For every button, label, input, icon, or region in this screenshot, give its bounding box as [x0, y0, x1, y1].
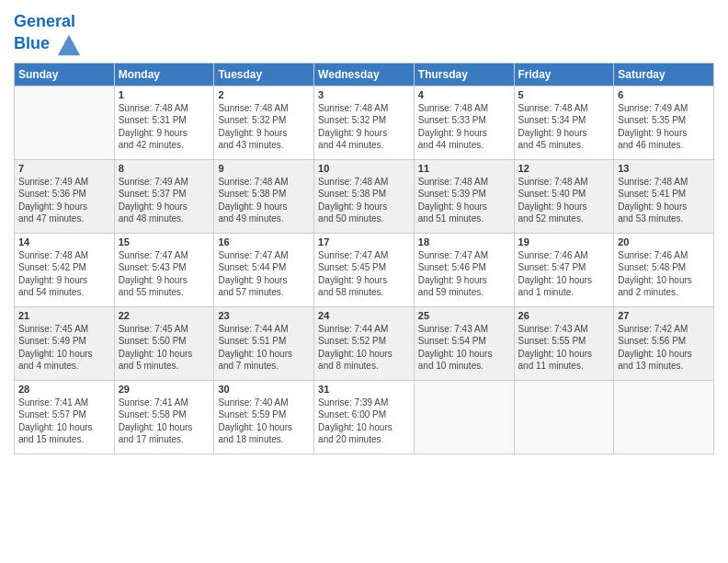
calendar-cell	[614, 380, 714, 454]
day-number: 9	[218, 163, 310, 174]
svg-marker-0	[58, 35, 80, 55]
day-content: Sunrise: 7:48 AMSunset: 5:38 PMDaylight:…	[218, 176, 310, 225]
day-number: 24	[318, 310, 410, 321]
day-number: 22	[119, 310, 210, 321]
calendar-cell: 27Sunrise: 7:42 AMSunset: 5:56 PMDayligh…	[614, 306, 714, 380]
calendar-cell: 2Sunrise: 7:48 AMSunset: 5:32 PMDaylight…	[214, 86, 314, 159]
day-number: 12	[518, 163, 610, 174]
day-number: 18	[418, 236, 510, 247]
day-number: 3	[318, 89, 410, 100]
day-number: 4	[418, 89, 510, 100]
calendar-cell: 11Sunrise: 7:48 AMSunset: 5:39 PMDayligh…	[414, 159, 514, 233]
day-content: Sunrise: 7:49 AMSunset: 5:37 PMDaylight:…	[119, 176, 210, 225]
day-number: 16	[218, 236, 310, 247]
logo: General Blue	[14, 13, 82, 57]
day-number: 28	[18, 384, 110, 395]
day-number: 6	[618, 89, 710, 100]
calendar-cell: 30Sunrise: 7:40 AMSunset: 5:59 PMDayligh…	[214, 380, 314, 454]
column-header-tuesday: Tuesday	[214, 63, 314, 86]
day-content: Sunrise: 7:45 AMSunset: 5:49 PMDaylight:…	[18, 323, 110, 373]
calendar-week-2: 7Sunrise: 7:49 AMSunset: 5:36 PMDaylight…	[15, 159, 714, 233]
calendar-cell: 8Sunrise: 7:49 AMSunset: 5:37 PMDaylight…	[114, 159, 214, 233]
day-content: Sunrise: 7:48 AMSunset: 5:32 PMDaylight:…	[218, 102, 310, 152]
day-content: Sunrise: 7:48 AMSunset: 5:34 PMDaylight:…	[518, 102, 610, 152]
day-content: Sunrise: 7:47 AMSunset: 5:43 PMDaylight:…	[119, 249, 210, 299]
day-content: Sunrise: 7:47 AMSunset: 5:44 PMDaylight:…	[218, 249, 310, 299]
day-number: 8	[119, 163, 210, 174]
column-header-saturday: Saturday	[614, 63, 714, 86]
day-content: Sunrise: 7:48 AMSunset: 5:42 PMDaylight:…	[18, 249, 110, 299]
column-header-thursday: Thursday	[414, 63, 514, 86]
column-header-wednesday: Wednesday	[314, 63, 415, 86]
calendar-week-1: 1Sunrise: 7:48 AMSunset: 5:31 PMDaylight…	[15, 86, 714, 159]
day-content: Sunrise: 7:41 AMSunset: 5:58 PMDaylight:…	[119, 396, 210, 446]
day-content: Sunrise: 7:47 AMSunset: 5:46 PMDaylight:…	[418, 249, 510, 299]
calendar-cell: 14Sunrise: 7:48 AMSunset: 5:42 PMDayligh…	[15, 233, 115, 306]
day-content: Sunrise: 7:46 AMSunset: 5:47 PMDaylight:…	[518, 249, 610, 299]
day-content: Sunrise: 7:44 AMSunset: 5:51 PMDaylight:…	[218, 323, 310, 373]
calendar-cell: 16Sunrise: 7:47 AMSunset: 5:44 PMDayligh…	[214, 233, 314, 306]
day-content: Sunrise: 7:44 AMSunset: 5:52 PMDaylight:…	[318, 323, 410, 373]
calendar-cell: 9Sunrise: 7:48 AMSunset: 5:38 PMDaylight…	[214, 159, 314, 233]
column-header-sunday: Sunday	[15, 63, 115, 86]
day-number: 1	[119, 89, 210, 100]
day-content: Sunrise: 7:48 AMSunset: 5:41 PMDaylight:…	[618, 176, 710, 225]
day-number: 11	[418, 163, 510, 174]
day-content: Sunrise: 7:49 AMSunset: 5:36 PMDaylight:…	[18, 176, 110, 225]
day-content: Sunrise: 7:45 AMSunset: 5:50 PMDaylight:…	[119, 323, 210, 373]
day-number: 17	[318, 236, 410, 247]
day-content: Sunrise: 7:47 AMSunset: 5:45 PMDaylight:…	[318, 249, 410, 299]
calendar-cell: 25Sunrise: 7:43 AMSunset: 5:54 PMDayligh…	[414, 306, 514, 380]
day-number: 30	[218, 384, 310, 395]
day-number: 7	[18, 163, 110, 174]
day-number: 29	[119, 384, 210, 395]
day-content: Sunrise: 7:48 AMSunset: 5:32 PMDaylight:…	[318, 102, 410, 152]
day-content: Sunrise: 7:39 AMSunset: 6:00 PMDaylight:…	[318, 396, 410, 446]
calendar-cell: 1Sunrise: 7:48 AMSunset: 5:31 PMDaylight…	[114, 86, 214, 159]
logo-text2: Blue	[14, 31, 82, 57]
day-content: Sunrise: 7:48 AMSunset: 5:40 PMDaylight:…	[518, 176, 610, 225]
calendar-cell: 4Sunrise: 7:48 AMSunset: 5:33 PMDaylight…	[414, 86, 514, 159]
calendar-week-5: 28Sunrise: 7:41 AMSunset: 5:57 PMDayligh…	[15, 380, 714, 454]
calendar-cell: 18Sunrise: 7:47 AMSunset: 5:46 PMDayligh…	[414, 233, 514, 306]
day-number: 20	[618, 236, 710, 247]
calendar-table: SundayMondayTuesdayWednesdayThursdayFrid…	[14, 63, 714, 454]
calendar-cell: 28Sunrise: 7:41 AMSunset: 5:57 PMDayligh…	[15, 380, 115, 454]
day-number: 10	[318, 163, 410, 174]
day-number: 5	[518, 89, 610, 100]
calendar-cell: 3Sunrise: 7:48 AMSunset: 5:32 PMDaylight…	[314, 86, 415, 159]
day-content: Sunrise: 7:48 AMSunset: 5:39 PMDaylight:…	[418, 176, 510, 225]
day-content: Sunrise: 7:41 AMSunset: 5:57 PMDaylight:…	[18, 396, 110, 446]
calendar-cell	[414, 380, 514, 454]
day-number: 23	[218, 310, 310, 321]
day-content: Sunrise: 7:48 AMSunset: 5:31 PMDaylight:…	[119, 102, 210, 152]
day-content: Sunrise: 7:40 AMSunset: 5:59 PMDaylight:…	[218, 396, 310, 446]
day-number: 21	[18, 310, 110, 321]
day-content: Sunrise: 7:48 AMSunset: 5:38 PMDaylight:…	[318, 176, 410, 225]
calendar-cell: 12Sunrise: 7:48 AMSunset: 5:40 PMDayligh…	[514, 159, 614, 233]
day-content: Sunrise: 7:49 AMSunset: 5:35 PMDaylight:…	[618, 102, 710, 152]
calendar-cell: 13Sunrise: 7:48 AMSunset: 5:41 PMDayligh…	[614, 159, 714, 233]
calendar-cell: 5Sunrise: 7:48 AMSunset: 5:34 PMDaylight…	[514, 86, 614, 159]
day-content: Sunrise: 7:43 AMSunset: 5:54 PMDaylight:…	[418, 323, 510, 373]
day-number: 15	[119, 236, 210, 247]
calendar-cell: 10Sunrise: 7:48 AMSunset: 5:38 PMDayligh…	[314, 159, 415, 233]
calendar-cell: 15Sunrise: 7:47 AMSunset: 5:43 PMDayligh…	[114, 233, 214, 306]
calendar-cell: 31Sunrise: 7:39 AMSunset: 6:00 PMDayligh…	[314, 380, 415, 454]
calendar-cell	[514, 380, 614, 454]
day-number: 14	[18, 236, 110, 247]
day-content: Sunrise: 7:42 AMSunset: 5:56 PMDaylight:…	[618, 323, 710, 373]
page-header: General Blue	[14, 9, 714, 57]
calendar-cell: 6Sunrise: 7:49 AMSunset: 5:35 PMDaylight…	[614, 86, 714, 159]
calendar-cell: 22Sunrise: 7:45 AMSunset: 5:50 PMDayligh…	[114, 306, 214, 380]
calendar-week-3: 14Sunrise: 7:48 AMSunset: 5:42 PMDayligh…	[15, 233, 714, 306]
day-number: 2	[218, 89, 310, 100]
calendar-cell	[15, 86, 115, 159]
calendar-cell: 17Sunrise: 7:47 AMSunset: 5:45 PMDayligh…	[314, 233, 415, 306]
day-content: Sunrise: 7:46 AMSunset: 5:48 PMDaylight:…	[618, 249, 710, 299]
calendar-cell: 26Sunrise: 7:43 AMSunset: 5:55 PMDayligh…	[514, 306, 614, 380]
calendar-cell: 7Sunrise: 7:49 AMSunset: 5:36 PMDaylight…	[15, 159, 115, 233]
calendar-cell: 24Sunrise: 7:44 AMSunset: 5:52 PMDayligh…	[314, 306, 415, 380]
day-number: 31	[318, 384, 410, 395]
day-content: Sunrise: 7:43 AMSunset: 5:55 PMDaylight:…	[518, 323, 610, 373]
